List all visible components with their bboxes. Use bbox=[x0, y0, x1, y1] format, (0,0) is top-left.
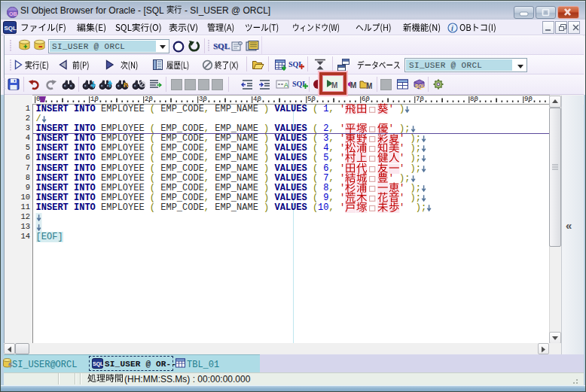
svg-text:M: M bbox=[350, 81, 356, 90]
svg-text:SQL: SQL bbox=[93, 361, 103, 367]
svg-text:R: R bbox=[124, 81, 129, 89]
svg-text:i: i bbox=[451, 24, 453, 32]
svg-text:M: M bbox=[366, 82, 372, 90]
svg-text:A: A bbox=[284, 81, 288, 89]
svg-text:SQL: SQL bbox=[415, 84, 425, 90]
svg-text:OB: OB bbox=[9, 11, 17, 17]
svg-text:SQL: SQL bbox=[5, 25, 17, 32]
